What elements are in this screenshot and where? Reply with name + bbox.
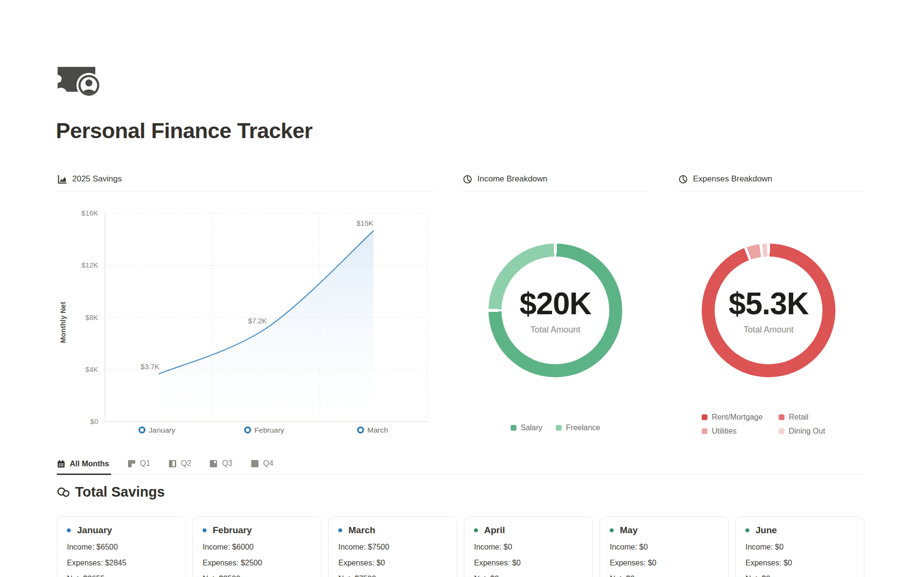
total-savings-heading: Total Savings: [57, 484, 165, 500]
card-income: Income: $0: [474, 543, 583, 551]
y-tick-label: $4K: [85, 365, 98, 373]
card-may[interactable]: May Income: $0 Expenses: $0 Net: $0: [600, 516, 729, 577]
area-fill: [159, 231, 374, 422]
freelance-swatch: [556, 425, 562, 431]
card-month-name: April: [484, 525, 505, 536]
page: Personal Finance Tracker 2025 Savings $0…: [0, 0, 924, 577]
salary-label: Salary: [521, 423, 542, 432]
quarter-4-icon: [251, 460, 259, 468]
card-income: Income: $7500: [338, 543, 447, 551]
card-net: Net: $0: [610, 575, 719, 577]
y-tick-label: $8K: [85, 313, 98, 321]
card-income: Income: $6500: [67, 543, 176, 551]
expenses-total-caption: Total Amount: [744, 325, 794, 335]
point-label: $15K: [357, 219, 373, 227]
y-tick-label: $0: [90, 417, 98, 425]
card-month-name: February: [213, 525, 252, 536]
retail-swatch: [779, 414, 784, 420]
tab-label: Q2: [181, 459, 191, 468]
rent-mortgage-swatch: [702, 414, 707, 420]
utilities-swatch: [702, 428, 707, 434]
card-net: Net: $0: [745, 575, 854, 577]
card-net: Net: $3500: [203, 575, 311, 577]
card-february[interactable]: February Income: $6000 Expenses: $2500 N…: [192, 516, 321, 577]
month-marker: [67, 528, 71, 532]
legend-item-dining-out[interactable]: Dining Out: [779, 427, 825, 436]
legend-item-salary[interactable]: Salary: [511, 423, 542, 432]
x-axis-label: March: [367, 426, 388, 434]
card-january[interactable]: January Income: $6500 Expenses: $2845 Ne…: [57, 516, 186, 577]
rent-mortgage-label: Rent/Mortgage: [712, 413, 763, 422]
income-panel-header: Income Breakdown: [462, 169, 649, 192]
quarter-3-icon: [209, 460, 218, 468]
card-march[interactable]: March Income: $7500 Expenses: $0 Net: $7…: [328, 516, 457, 577]
legend-item-utilities[interactable]: Utilities: [702, 427, 779, 436]
card-expenses: Expenses: $0: [610, 559, 719, 567]
legend-item-freelance[interactable]: Freelance: [556, 423, 600, 432]
income-total-value: $20K: [520, 286, 591, 321]
income-panel: Income Breakdown $20K Total Amount Salar…: [462, 169, 649, 458]
month-marker: [203, 528, 206, 532]
y-tick-label: $16K: [81, 209, 98, 217]
month-marker: [610, 528, 614, 532]
card-net: Net: $7500: [338, 575, 447, 577]
savings-panel: 2025 Savings $0$4K$8K$12K$16K$3.7K$7.2K$…: [57, 169, 433, 192]
pie-chart-icon: [463, 175, 472, 184]
point-label: $3.7K: [141, 362, 159, 371]
legend-item-retail[interactable]: Retail: [779, 413, 825, 422]
y-axis-title: Monthly Net: [59, 302, 67, 343]
tab-label: Q3: [222, 459, 232, 468]
card-month-name: June: [756, 525, 777, 536]
quarter-2-icon: [168, 460, 177, 468]
month-marker: [338, 528, 342, 532]
utilities-label: Utilities: [712, 427, 737, 436]
freelance-label: Freelance: [566, 423, 600, 432]
calendar-icon: [57, 460, 65, 468]
tab-q2[interactable]: Q2: [168, 457, 193, 474]
money-page-icon[interactable]: [57, 64, 105, 98]
tab-all-months[interactable]: All Months: [57, 457, 111, 475]
card-net: Net: $3655: [67, 575, 176, 577]
income-donut-center: $20K Total Amount: [501, 256, 609, 364]
coins-icon: [57, 487, 70, 498]
tab-q3[interactable]: Q3: [209, 457, 234, 474]
period-tabs: All Months Q1 Q2 Q3: [57, 457, 864, 474]
card-expenses: Expenses: $0: [338, 559, 447, 567]
dining-out-label: Dining Out: [789, 427, 825, 436]
x-axis-label: January: [149, 426, 175, 434]
x-axis-marker: [358, 427, 363, 433]
card-month-name: March: [348, 525, 375, 536]
tab-label: All Months: [70, 460, 109, 468]
card-april[interactable]: April Income: $0 Expenses: $0 Net: $0: [464, 516, 593, 577]
legend-item-rent-mortgage[interactable]: Rent/Mortgage: [702, 413, 779, 422]
point-label: $7.2K: [248, 317, 267, 325]
x-axis-label: February: [255, 426, 284, 434]
dining-out-swatch: [779, 428, 784, 434]
tab-label: Q1: [140, 459, 150, 468]
quarter-1-icon: [128, 460, 136, 468]
tab-q4[interactable]: Q4: [251, 457, 275, 474]
x-axis-marker: [140, 427, 145, 433]
month-cards: January Income: $6500 Expenses: $2845 Ne…: [57, 516, 864, 577]
savings-panel-title: 2025 Savings: [72, 174, 122, 184]
page-title: Personal Finance Tracker: [56, 118, 312, 143]
card-income: Income: $0: [610, 543, 719, 551]
expenses-panel-header: Expenses Breakdown: [678, 169, 864, 192]
y-tick-label: $12K: [81, 261, 98, 269]
expenses-total-value: $5.3K: [729, 286, 808, 321]
card-expenses: Expenses: $0: [745, 559, 854, 567]
card-june[interactable]: June Income: $0 Expenses: $0 Net: $0: [735, 516, 864, 577]
income-legend: Salary Freelance: [462, 423, 649, 432]
x-axis-marker: [245, 427, 250, 433]
card-month-name: May: [620, 525, 638, 536]
income-total-caption: Total Amount: [530, 325, 580, 335]
card-income: Income: $0: [745, 543, 854, 551]
card-expenses: Expenses: $2500: [203, 559, 311, 567]
tab-q1[interactable]: Q1: [128, 457, 152, 474]
expenses-legend: Rent/Mortgage Retail Utilities Dining Ou…: [702, 413, 825, 436]
month-marker: [474, 528, 478, 532]
expenses-donut-chart: $5.3K Total Amount: [702, 244, 835, 377]
card-income: Income: $6000: [203, 543, 311, 551]
retail-label: Retail: [789, 413, 808, 422]
expenses-panel-title: Expenses Breakdown: [693, 174, 772, 184]
